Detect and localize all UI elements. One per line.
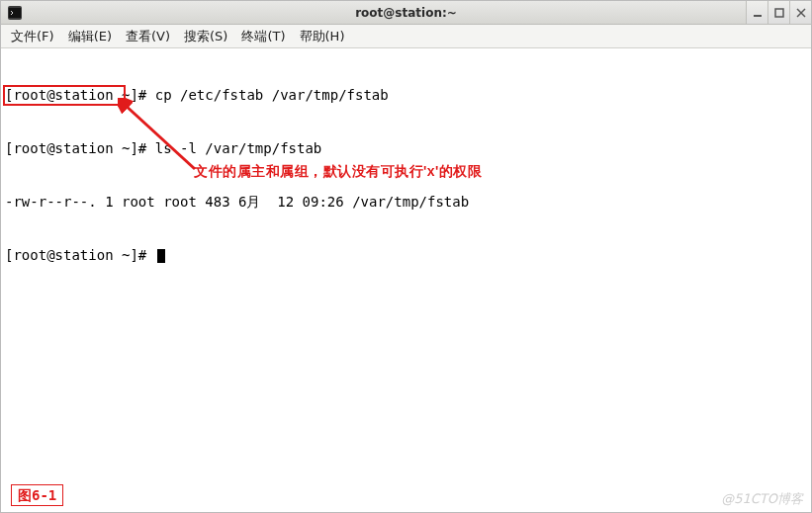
annotation-text: 文件的属主和属组，默认没有可执行'x'的权限 (194, 162, 482, 180)
menu-terminal[interactable]: 终端(T) (235, 26, 291, 47)
watermark: @51CTO博客 (721, 490, 803, 508)
terminal-line: [root@station ~]# ls -l /var/tmp/fstab (5, 139, 807, 157)
close-button[interactable] (789, 1, 811, 24)
menu-edit[interactable]: 编辑(E) (62, 26, 118, 47)
menu-view[interactable]: 查看(V) (120, 26, 176, 47)
svg-line-6 (124, 104, 195, 169)
terminal-cursor (157, 249, 165, 263)
menu-file[interactable]: 文件(F) (5, 26, 60, 47)
terminal-area[interactable]: [root@station ~]# cp /etc/fstab /var/tmp… (1, 48, 811, 488)
maximize-button[interactable] (767, 1, 789, 24)
window-title: root@station:~ (355, 6, 457, 20)
terminal-line: [root@station ~]# cp /etc/fstab /var/tmp… (5, 86, 807, 104)
menu-search[interactable]: 搜索(S) (178, 26, 233, 47)
svg-rect-1 (9, 8, 21, 18)
menubar: 文件(F) 编辑(E) 查看(V) 搜索(S) 终端(T) 帮助(H) (1, 25, 811, 48)
minimize-button[interactable] (746, 1, 767, 24)
svg-rect-2 (754, 15, 762, 17)
window-titlebar: root@station:~ (1, 1, 811, 25)
terminal-line: [root@station ~]# (5, 246, 807, 264)
figure-label: 图6-1 (11, 484, 63, 506)
svg-rect-3 (775, 9, 783, 17)
terminal-line: -rw-r--r--. 1 root root 483 6月 12 09:26 … (5, 193, 807, 211)
window-controls (746, 1, 811, 24)
terminal-icon (7, 5, 23, 21)
menu-help[interactable]: 帮助(H) (294, 26, 351, 47)
